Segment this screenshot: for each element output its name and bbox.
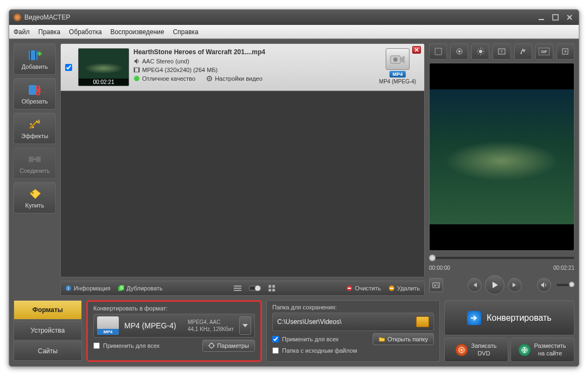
svg-rect-4 [35,50,36,60]
dvd-icon [456,344,468,356]
play-button[interactable] [485,275,504,295]
tab-formats[interactable]: Форматы [14,300,82,320]
svg-rect-27 [234,290,241,291]
file-checkbox[interactable] [65,64,72,71]
close-button[interactable] [565,14,574,21]
view-toggle-icon[interactable] [249,285,261,291]
effects-button[interactable]: Эффекты [14,113,56,144]
player-controls [429,274,574,296]
volume-button[interactable] [537,278,551,292]
svg-point-16 [134,76,139,81]
svg-rect-0 [539,19,544,20]
brightness-tool-icon[interactable] [471,43,489,60]
add-button[interactable]: Добавить [14,43,56,75]
enhance-tool-icon[interactable] [450,43,468,60]
svg-rect-15 [138,68,139,72]
preview-toolbar: T GIF [429,43,574,60]
view-list-icon[interactable] [234,285,241,291]
apply-all-save-checkbox[interactable] [272,336,279,342]
svg-point-29 [255,286,260,291]
svg-rect-1 [553,15,558,20]
buy-button[interactable]: Купить [14,182,56,213]
info-button[interactable]: iИнформация [65,285,110,291]
gif-tool-icon[interactable]: GIF [535,43,553,60]
globe-icon [519,344,531,356]
svg-rect-46 [433,283,439,288]
format-name: MP4 (MPEG-4) [124,321,182,330]
svg-point-38 [458,50,461,53]
menu-playback[interactable]: Воспроизведение [111,28,164,36]
format-icon: MP4 [97,316,119,335]
text-tool-icon[interactable]: T [493,43,510,60]
maximize-button[interactable] [551,14,560,21]
scissors-icon [27,83,42,96]
time-total: 00:02:21 [553,265,574,271]
source-folder-checkbox[interactable] [272,347,279,354]
svg-rect-32 [269,289,271,291]
convert-button[interactable]: Конвертировать [444,300,574,335]
tab-devices[interactable]: Устройства [14,321,82,340]
menubar: Файл Правка Обработка Воспроизведение Сп… [9,25,579,39]
format-details: MPEG4, AAC 44,1 KHz, 128Кбит [188,319,234,333]
svg-rect-36 [435,48,442,55]
menu-edit[interactable]: Правка [39,28,61,36]
action-buttons: Конвертировать Записать DVD Разместить н… [444,300,574,362]
timeline-knob[interactable] [429,255,436,261]
open-folder-button[interactable]: Открыть папку [373,333,434,345]
gear-icon [206,75,213,82]
sidebar: Добавить Обрезать Эффекты Соединить Купи… [14,43,56,296]
menu-file[interactable]: Файл [14,28,30,36]
upload-button[interactable]: Разместить на сайте [510,338,574,362]
speed-tool-icon[interactable] [514,43,532,60]
format-dropdown-button[interactable] [239,316,251,335]
duplicate-button[interactable]: Дублировать [118,285,162,291]
category-tabs: Форматы Устройства Сайты [14,300,82,362]
menu-help[interactable]: Справка [173,28,199,36]
file-thumbnail[interactable]: 00:02:21 [78,48,129,86]
format-badge: MP4 [389,71,406,77]
remove-file-button[interactable] [412,46,421,54]
snapshot-button[interactable] [429,278,443,292]
svg-rect-24 [120,286,124,290]
delete-button[interactable]: Удалить [388,285,420,291]
tab-sites[interactable]: Сайты [14,341,82,361]
save-path-row: C:\Users\User\Videos\ [272,313,434,331]
app-title: ВидеоМАСТЕР [24,14,70,21]
next-button[interactable] [508,278,522,292]
time-current: 00:00:00 [429,265,450,271]
volume-slider[interactable] [557,284,574,286]
list-toolbar: iИнформация Дублировать Очистить Удалить [60,281,425,296]
crop-tool-icon[interactable] [429,43,447,60]
cut-button[interactable]: Обрезать [14,78,56,109]
browse-folder-button[interactable] [416,316,429,327]
svg-point-20 [393,57,398,62]
format-selector[interactable]: MP4 MP4 (MPEG-4) MPEG4, AAC 44,1 KHz, 12… [93,314,255,338]
apply-all-format-checkbox[interactable] [93,342,100,349]
join-button[interactable]: Соединить [14,147,56,179]
fullscreen-tool-icon[interactable] [557,43,574,60]
svg-point-18 [209,78,210,80]
convert-arrow-icon [467,311,481,325]
svg-point-39 [479,50,482,53]
svg-rect-10 [29,157,34,162]
view-grid-icon[interactable] [269,285,275,291]
svg-rect-25 [234,286,241,287]
timeline[interactable] [429,254,574,262]
preview-viewport[interactable] [429,63,574,251]
convert-format-panel: Конвертировать в формат: MP4 MP4 (MPEG-4… [86,300,262,362]
clear-button[interactable]: Очистить [346,285,381,291]
parameters-button[interactable]: Параметры [202,340,255,352]
menu-process[interactable]: Обработка [69,28,102,36]
preview-image [430,89,574,224]
dvd-button[interactable]: Записать DVD [444,338,508,362]
audio-icon [133,58,140,64]
bottom-area: Форматы Устройства Сайты Конвертировать … [9,300,579,366]
file-item[interactable]: 00:02:21 HearthStone Heroes of Warcraft … [61,44,424,91]
file-list: 00:02:21 HearthStone Heroes of Warcraft … [60,43,425,277]
minimize-button[interactable] [536,14,546,21]
prev-button[interactable] [468,278,482,292]
svg-point-12 [31,192,34,194]
file-name: HearthStone Heroes of Warcraft 201....mp… [133,48,371,56]
svg-point-9 [33,126,34,128]
save-folder-panel: Папка для сохранения: C:\Users\User\Vide… [266,300,440,362]
